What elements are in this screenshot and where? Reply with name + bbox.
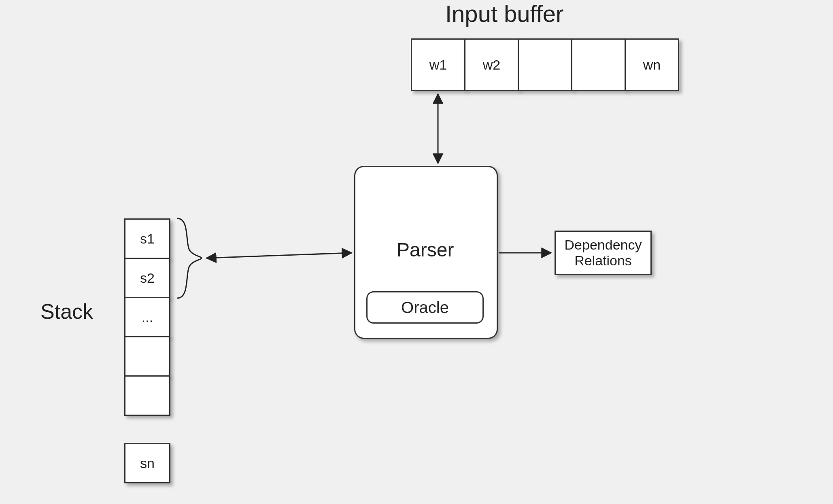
input-buffer-title: Input buffer xyxy=(445,0,563,27)
dep-line1: Dependency xyxy=(565,237,642,253)
buffer-cell: w1 xyxy=(411,38,465,91)
stack-title: Stack xyxy=(40,299,93,324)
buffer-cell xyxy=(571,38,626,91)
buffer-cell: wn xyxy=(625,38,679,91)
svg-line-1 xyxy=(206,253,352,258)
stack-cell xyxy=(124,375,170,416)
dep-line2: Relations xyxy=(574,253,632,269)
parser-label: Parser xyxy=(397,239,454,261)
buffer-cell xyxy=(518,38,572,91)
oracle-box: Oracle xyxy=(366,291,484,324)
stack-cell xyxy=(124,336,170,377)
dependency-relations-box: Dependency Relations xyxy=(555,231,652,275)
stack-cell: s1 xyxy=(124,218,170,259)
stack-cell: s2 xyxy=(124,258,170,298)
stack-cell: ... xyxy=(124,297,170,337)
buffer-cell: w2 xyxy=(464,38,519,91)
stack-cell: sn xyxy=(124,443,170,483)
